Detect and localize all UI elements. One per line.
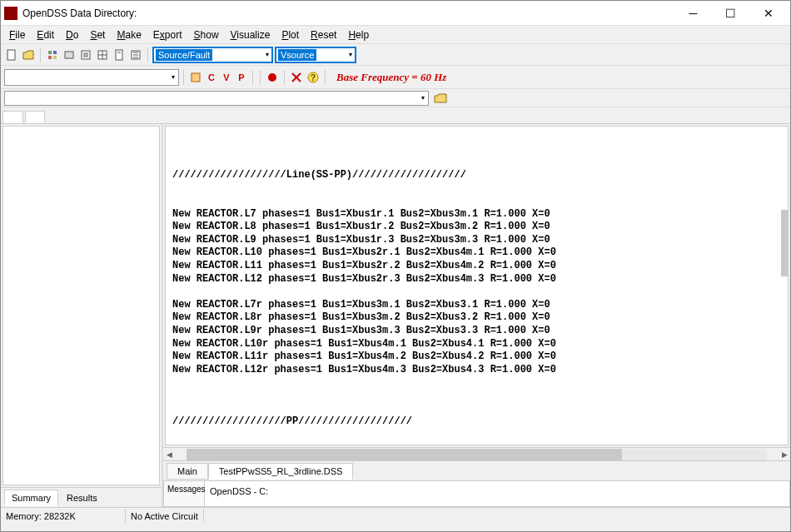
horizontal-scrollbar[interactable]: ◀ ▶ xyxy=(163,447,790,460)
menu-reset[interactable]: Reset xyxy=(306,27,341,42)
maximize-button[interactable]: ☐ xyxy=(712,2,749,25)
svg-rect-2 xyxy=(53,51,57,54)
class-combo[interactable]: Source/Fault▾ xyxy=(152,47,273,63)
tab-summary[interactable]: Summary xyxy=(4,490,58,506)
app-icon xyxy=(4,7,17,20)
browse-folder-icon[interactable] xyxy=(434,92,447,104)
menu-visualize[interactable]: Visualize xyxy=(226,27,276,42)
status-circuit: No Active Circuit xyxy=(126,510,204,523)
cancel-icon[interactable] xyxy=(289,70,304,85)
status-memory: Memory: 28232K xyxy=(1,510,126,523)
command-input[interactable]: ▾ xyxy=(4,69,179,86)
tab-file[interactable]: TestPPwSS5_RL_3rdline.DSS xyxy=(208,463,354,480)
menu-show[interactable]: Show xyxy=(189,27,224,42)
record-icon[interactable] xyxy=(265,70,280,85)
c-button[interactable]: C xyxy=(205,71,218,84)
help-icon[interactable]: ? xyxy=(306,70,321,85)
messages-label: Messages xyxy=(163,481,205,507)
svg-rect-3 xyxy=(48,56,52,59)
summary-icon[interactable] xyxy=(78,47,93,62)
toolbar-main: Source/Fault▾ Vsource▾ xyxy=(1,44,790,66)
small-tab-2[interactable] xyxy=(25,111,46,123)
path-combo[interactable]: ▾ xyxy=(4,91,429,106)
left-panel: Summary Results xyxy=(1,124,163,507)
menu-plot[interactable]: Plot xyxy=(276,27,304,42)
chevron-down-icon: ▾ xyxy=(421,94,425,102)
menu-edit[interactable]: Edit xyxy=(32,27,59,42)
tab-main[interactable]: Main xyxy=(167,463,208,480)
svg-rect-13 xyxy=(116,50,122,60)
chevron-down-icon: ▾ xyxy=(266,51,269,58)
vertical-scrollbar[interactable] xyxy=(781,210,788,276)
p-button[interactable]: P xyxy=(235,71,248,84)
menu-set[interactable]: Set xyxy=(85,27,110,42)
window-title: OpenDSS Data Directory: xyxy=(22,7,674,19)
report-icon[interactable] xyxy=(112,47,127,62)
menubar: File Edit Do Set Make Export Show Visual… xyxy=(1,26,790,44)
minimize-button[interactable]: ─ xyxy=(674,2,712,25)
menu-do[interactable]: Do xyxy=(61,27,83,42)
scroll-left-icon[interactable]: ◀ xyxy=(163,449,175,460)
edit-script-icon[interactable] xyxy=(188,70,203,85)
v-button[interactable]: V xyxy=(220,71,233,84)
svg-rect-5 xyxy=(65,52,73,58)
grid-icon[interactable] xyxy=(95,47,110,62)
svg-rect-19 xyxy=(192,73,200,82)
scroll-right-icon[interactable]: ▶ xyxy=(779,449,790,460)
chevron-down-icon: ▾ xyxy=(172,73,175,81)
toolbar-secondary: ▾ C V P ? Base Frequency = 60 Hz xyxy=(1,66,790,89)
chevron-down-icon: ▾ xyxy=(349,51,352,58)
left-content-area xyxy=(2,126,160,485)
new-file-icon[interactable] xyxy=(4,47,19,62)
list-icon[interactable] xyxy=(128,47,143,62)
base-frequency-label: Base Frequency = 60 Hz xyxy=(336,71,446,84)
toolbar-path: ▾ xyxy=(1,89,790,107)
menu-help[interactable]: Help xyxy=(343,27,374,42)
solve-icon[interactable] xyxy=(62,47,77,62)
right-panel: ///////////////////Line(SS-PP)//////////… xyxy=(163,124,790,507)
messages-content: OpenDSS - C: xyxy=(205,481,790,507)
svg-rect-0 xyxy=(7,50,15,60)
element-combo[interactable]: Vsource▾ xyxy=(275,47,356,63)
titlebar: OpenDSS Data Directory: ─ ☐ ✕ xyxy=(1,1,790,26)
menu-make[interactable]: Make xyxy=(112,27,146,42)
code-editor[interactable]: ///////////////////Line(SS-PP)//////////… xyxy=(165,126,789,445)
open-folder-icon[interactable] xyxy=(21,47,36,62)
statusbar: Memory: 28232K No Active Circuit xyxy=(1,507,790,524)
close-button[interactable]: ✕ xyxy=(749,2,787,25)
menu-export[interactable]: Export xyxy=(148,27,187,42)
compile-icon[interactable] xyxy=(45,47,60,62)
svg-rect-1 xyxy=(48,51,52,54)
svg-rect-4 xyxy=(53,56,57,59)
svg-text:?: ? xyxy=(311,73,316,82)
small-tab-1[interactable] xyxy=(2,111,23,123)
menu-file[interactable]: File xyxy=(4,27,30,42)
small-tabbar xyxy=(1,107,790,124)
tab-results[interactable]: Results xyxy=(60,490,104,505)
